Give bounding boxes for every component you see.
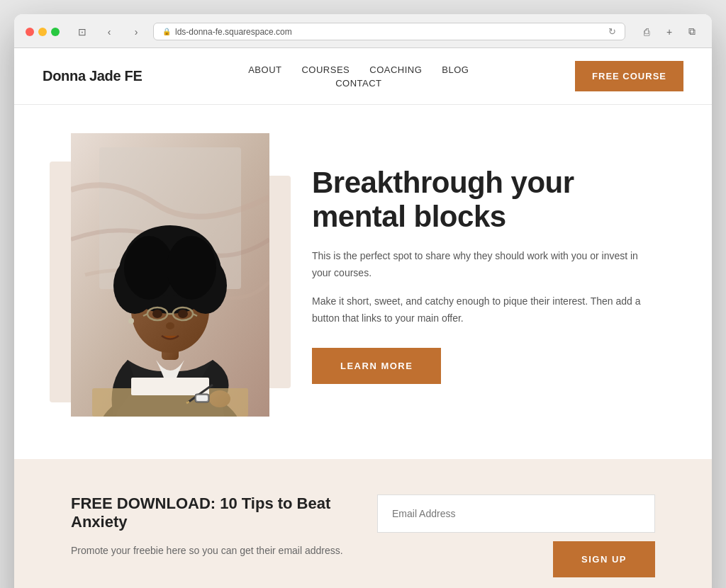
svg-rect-26 <box>196 395 208 401</box>
forward-button[interactable]: › <box>126 25 146 39</box>
download-section: FREE DOWNLOAD: 10 Tips to Beat Anxiety P… <box>14 459 712 588</box>
traffic-lights <box>26 28 60 36</box>
close-button[interactable] <box>26 28 34 36</box>
website-content: Donna Jade FE ABOUT COURSES COACHING BLO… <box>14 48 712 588</box>
browser-actions: ⎙ + ⧉ <box>638 23 700 40</box>
hero-content: Breakthrough your mental blocks This is … <box>312 166 655 385</box>
back-button[interactable]: ‹ <box>99 25 119 39</box>
svg-point-18 <box>178 310 188 318</box>
download-description: Promote your freebie here so you can get… <box>71 543 349 558</box>
navigation: Donna Jade FE ABOUT COURSES COACHING BLO… <box>14 48 712 105</box>
nav-row-bottom: CONTACT <box>335 78 381 89</box>
learn-more-button[interactable]: LEARN MORE <box>312 348 441 384</box>
svg-rect-22 <box>131 378 209 395</box>
browser-window: ⊡ ‹ › 🔒 lds-donna-fe.squarespace.com ↻ ⎙… <box>14 14 712 588</box>
lock-icon: 🔒 <box>162 28 171 35</box>
hero-description-2: Make it short, sweet, and catchy enough … <box>312 293 655 327</box>
svg-point-17 <box>152 310 162 318</box>
hero-illustration <box>71 133 269 417</box>
signup-button[interactable]: SIGN UP <box>553 541 655 577</box>
svg-point-10 <box>124 236 174 300</box>
svg-point-19 <box>166 322 174 329</box>
download-title: FREE DOWNLOAD: 10 Tips to Beat Anxiety <box>71 494 349 531</box>
svg-point-11 <box>167 236 216 300</box>
download-form: SIGN UP <box>377 494 655 577</box>
browser-chrome: ⊡ ‹ › 🔒 lds-donna-fe.squarespace.com ↻ ⎙… <box>14 14 712 48</box>
nav-links: ABOUT COURSES COACHING BLOG CONTACT <box>248 64 469 89</box>
address-bar[interactable]: 🔒 lds-donna-fe.squarespace.com ↻ <box>153 23 625 40</box>
nav-courses[interactable]: COURSES <box>301 64 350 75</box>
nav-coaching[interactable]: COACHING <box>369 64 422 75</box>
free-course-button[interactable]: FREE COURSE <box>575 61 683 91</box>
hero-description-1: This is the perfect spot to share why th… <box>312 248 655 282</box>
svg-point-20 <box>128 318 134 324</box>
refresh-icon[interactable]: ↻ <box>608 26 616 37</box>
hero-image-container <box>71 133 269 417</box>
share-button[interactable]: ⎙ <box>638 23 655 40</box>
hero-title: Breakthrough your mental blocks <box>312 166 655 234</box>
minimize-button[interactable] <box>38 28 47 36</box>
hero-image <box>71 133 269 417</box>
email-input[interactable] <box>377 494 655 533</box>
new-tab-button[interactable]: + <box>661 23 678 40</box>
nav-row-top: ABOUT COURSES COACHING BLOG <box>248 64 469 75</box>
site-logo[interactable]: Donna Jade FE <box>43 68 143 84</box>
nav-contact[interactable]: CONTACT <box>335 78 381 89</box>
maximize-button[interactable] <box>51 28 60 36</box>
window-toggle-button[interactable]: ⊡ <box>72 25 92 39</box>
url-text: lds-donna-fe.squarespace.com <box>175 27 292 37</box>
nav-about[interactable]: ABOUT <box>248 64 281 75</box>
svg-line-24 <box>186 402 189 403</box>
hero-section: Breakthrough your mental blocks This is … <box>14 105 712 459</box>
windows-button[interactable]: ⧉ <box>683 23 700 40</box>
nav-blog[interactable]: BLOG <box>442 64 469 75</box>
download-info: FREE DOWNLOAD: 10 Tips to Beat Anxiety P… <box>71 494 349 558</box>
